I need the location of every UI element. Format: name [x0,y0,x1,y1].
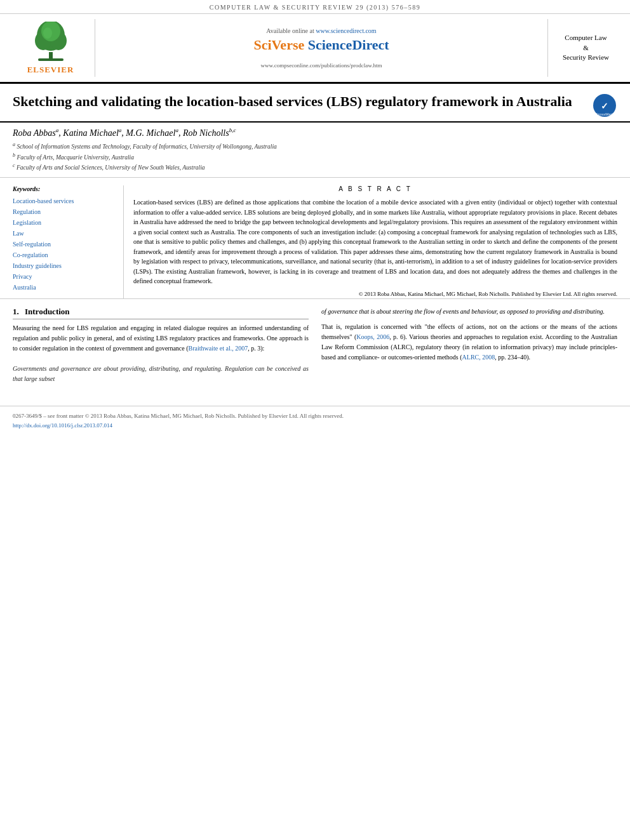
introduction-section: 1. Introduction Measuring the need for L… [0,299,630,399]
crossmark-badge[interactable]: ✓ CrossMark [592,93,617,121]
keyword-australia[interactable]: Australia [13,282,114,293]
footer-issn-text: 0267-3649/$ – see front matter © 2013 Ro… [13,413,344,419]
intro-columns: 1. Introduction Measuring the need for L… [13,307,617,394]
authors-section: Roba Abbasa, Katina Michaela, M.G. Micha… [0,123,630,178]
svg-rect-1 [38,58,64,61]
svg-point-6 [43,27,52,39]
journal-citation: COMPUTER LAW & SECURITY REVIEW 29 (2013)… [210,4,420,11]
publisher-logo: ELSEVIER [13,19,95,77]
abstract-text: Location-based services (LBS) are define… [133,197,617,286]
crossmark-icon: ✓ CrossMark [592,93,617,118]
keyword-privacy[interactable]: Privacy [13,271,114,282]
intro-right-paragraph-2: That is, regulation is concerned with "t… [321,322,617,363]
alrc-ref[interactable]: ALRC, 2008 [462,354,495,361]
keyword-regulation[interactable]: Regulation [13,206,114,217]
abstract-heading: A B S T R A C T [133,185,617,192]
svg-text:CrossMark: CrossMark [595,112,614,116]
paper-title: Sketching and validating the location-ba… [13,93,617,111]
keyword-co-regulation[interactable]: Co-regulation [13,250,114,260]
elsevier-brand-text: ELSEVIER [27,65,74,75]
elsevier-tree-icon [25,22,76,63]
available-online-text: Available online at www.sciencedirect.co… [266,27,376,34]
header-center: Available online at www.sciencedirect.co… [95,19,547,77]
intro-right-paragraph-1: of governance that is about steering the… [321,307,617,317]
journal-url-text: www.compseconline.com/publications/prodc… [260,62,382,69]
svg-text:✓: ✓ [601,101,608,111]
section-heading-label: Introduction [25,307,70,316]
keyword-location-based-services[interactable]: Location-based services [13,196,114,206]
keywords-abstract-section: Keywords: Location-based services Regula… [0,178,630,299]
section-number-label: 1. [13,307,19,316]
blockquote-box: Governments and governance are about pro… [13,359,309,389]
author-mg: M.G. Michael [126,128,175,138]
elsevier-logo-container: ELSEVIER [25,22,76,75]
journal-name-box: Computer Law & Security Review [547,19,617,77]
keyword-self-regulation[interactable]: Self-regulation [13,239,114,250]
intro-paragraph-1: Measuring the need for LBS regulation an… [13,323,309,354]
footer-bar: 0267-3649/$ – see front matter © 2013 Ro… [0,406,630,435]
title-section: ✓ CrossMark Sketching and validating the… [0,84,630,123]
author-rob: Rob Nicholls [183,128,229,138]
author-roba: Roba Abbas [13,128,56,138]
keywords-column: Keywords: Location-based services Regula… [13,185,124,298]
affiliation-c: c Faculty of Arts and Social Sciences, U… [13,162,617,172]
affiliation-a: a School of Information Systems and Tech… [13,141,617,151]
blockquote-text: Governments and governance are about pro… [13,364,309,384]
copyright-text: © 2013 Roba Abbas, Katina Michael, MG Mi… [133,290,617,299]
keyword-legislation[interactable]: Legislation [13,217,114,228]
affiliation-b: b Faculty of Arts, Macquarie University,… [13,152,617,162]
abstract-column: A B S T R A C T Location-based services … [124,185,617,298]
footer-doi: http://dx.doi.org/10.1016/j.clsr.2013.07… [13,421,617,430]
footer-issn: 0267-3649/$ – see front matter © 2013 Ro… [13,411,617,420]
intro-left-column: 1. Introduction Measuring the need for L… [13,307,309,394]
top-bar: COMPUTER LAW & SECURITY REVIEW 29 (2013)… [0,0,630,14]
keyword-law[interactable]: Law [13,228,114,239]
keywords-title: Keywords: [13,185,114,192]
journal-name-text: Computer Law & Security Review [563,33,609,62]
sciverse-url-link[interactable]: www.sciencedirect.com [316,27,376,34]
header-section: ELSEVIER Available online at www.science… [0,14,630,84]
braithwaite-ref[interactable]: Braithwaite et al., 2007 [189,345,248,352]
keyword-industry-guidelines[interactable]: Industry guidelines [13,260,114,271]
koops-ref[interactable]: Koops, 2006 [356,333,389,340]
sciverse-logo: SciVerse ScienceDirect [253,37,389,53]
authors-line: Roba Abbasa, Katina Michaela, M.G. Micha… [13,128,617,139]
intro-right-column: of governance that is about steering the… [321,307,617,394]
author-katina: Katina Michael [63,128,119,138]
footer-doi-link[interactable]: http://dx.doi.org/10.1016/j.clsr.2013.07… [13,422,112,429]
section-heading-intro: 1. Introduction [13,307,309,319]
